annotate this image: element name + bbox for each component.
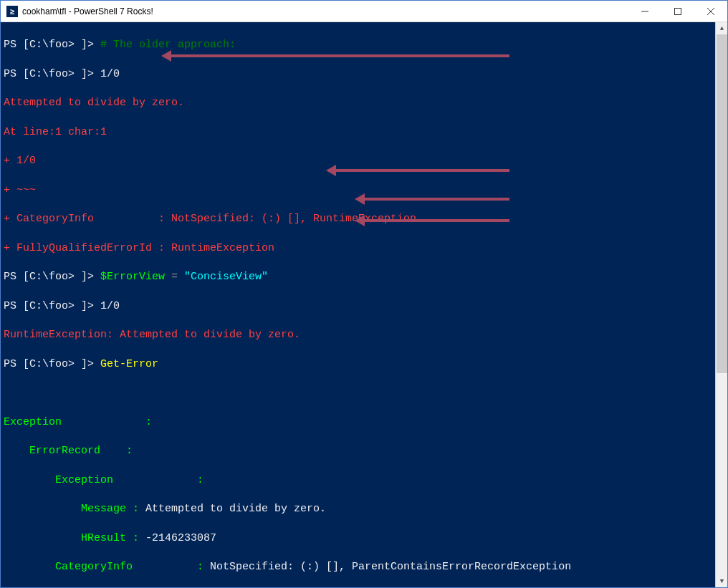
error-msg: Attempted to divide by zero. bbox=[120, 329, 300, 341]
prompt: PS [C:\foo> ]> bbox=[4, 39, 100, 51]
detail-value: Attempted to divide by zero. bbox=[145, 503, 326, 515]
variable-text: $ErrorView bbox=[100, 271, 165, 283]
prompt: PS [C:\foo> ]> bbox=[4, 358, 100, 370]
window-title: cookham\tfl - PowerShell 7 Rocks! bbox=[22, 6, 628, 16]
prompt: PS [C:\foo> ]> bbox=[4, 300, 100, 312]
annotation-arrow bbox=[359, 198, 509, 201]
detail-value: -2146233087 bbox=[145, 532, 216, 544]
scroll-down-arrow-icon[interactable]: ▼ bbox=[716, 575, 728, 587]
detail-label: ErrorRecord : bbox=[4, 444, 712, 458]
command-text: 1/0 bbox=[100, 68, 120, 80]
window-controls bbox=[628, 1, 727, 21]
close-button[interactable] bbox=[694, 1, 727, 21]
detail-label: Message : bbox=[4, 503, 145, 515]
window-titlebar: ≥ cookham\tfl - PowerShell 7 Rocks! bbox=[1, 1, 727, 22]
scroll-up-arrow-icon[interactable]: ▲ bbox=[716, 22, 728, 34]
detail-label: Exception : bbox=[4, 415, 712, 430]
error-line: Attempted to divide by zero. bbox=[4, 96, 712, 110]
prompt: PS [C:\foo> ]> bbox=[4, 271, 100, 283]
svg-rect-1 bbox=[675, 8, 681, 14]
error-type: RuntimeException: bbox=[4, 329, 120, 341]
operator-text: = bbox=[165, 271, 184, 283]
prompt: PS [C:\foo> ]> bbox=[4, 68, 100, 80]
cmdlet-text: Get-Error bbox=[100, 358, 158, 370]
detail-value: NotSpecified: (:) [], ParentContainsErro… bbox=[210, 561, 571, 573]
annotation-arrow bbox=[359, 219, 509, 222]
detail-label: Exception : bbox=[4, 473, 712, 488]
annotation-arrow bbox=[330, 169, 509, 172]
error-line: At line:1 char:1 bbox=[4, 125, 712, 140]
command-text: 1/0 bbox=[100, 300, 120, 312]
comment-text: # The older approach: bbox=[100, 39, 236, 51]
detail-label: HResult : bbox=[4, 532, 145, 544]
error-line: + 1/0 bbox=[4, 154, 712, 168]
powershell-icon: ≥ bbox=[6, 6, 18, 17]
string-text: "ConciseView" bbox=[184, 271, 268, 283]
error-line: + FullyQualifiedErrorId : RuntimeExcepti… bbox=[4, 241, 712, 256]
terminal-output[interactable]: PS [C:\foo> ]> # The older approach: PS … bbox=[1, 22, 715, 587]
annotation-arrow bbox=[166, 54, 509, 57]
maximize-button[interactable] bbox=[661, 1, 694, 21]
detail-label: CategoryInfo : bbox=[4, 561, 210, 573]
scrollbar-thumb[interactable] bbox=[717, 34, 727, 373]
vertical-scrollbar[interactable]: ▲ ▼ bbox=[715, 22, 727, 587]
minimize-button[interactable] bbox=[628, 1, 661, 21]
